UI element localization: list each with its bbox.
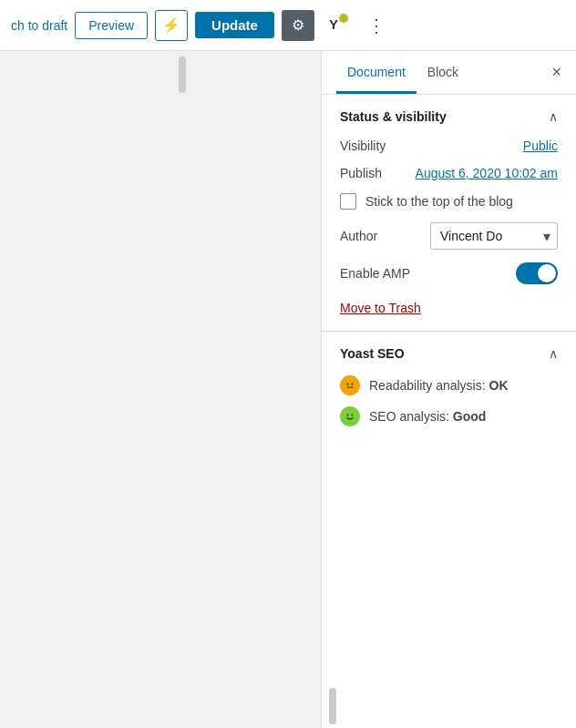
svg-point-4 [344,379,356,392]
stick-to-top-row: Stick to the top of the blog [340,193,558,210]
readability-value: OK [489,378,509,393]
panel-tabs: Document Block × [322,51,576,95]
yoast-logo-svg: Y [325,11,351,36]
seo-analysis-label: SEO analysis: Good [369,409,486,424]
yoast-button[interactable]: Y [322,10,355,41]
enable-amp-toggle[interactable] [516,262,558,284]
move-to-trash-link[interactable]: Move to Trash [340,301,421,315]
publish-date-value[interactable]: August 6, 2020 10:02 am [416,166,558,180]
more-options-button[interactable]: ⋮ [362,11,391,40]
status-visibility-chevron[interactable]: ∧ [549,109,558,124]
author-select[interactable]: Vincent Do [430,222,558,250]
svg-point-7 [344,410,356,423]
gear-icon: ⚙ [292,16,304,34]
lightning-icon: ⚡ [162,16,180,34]
stick-to-top-checkbox[interactable] [340,193,356,210]
enable-amp-row: Enable AMP [340,262,558,284]
toolbar: ch to draft Preview ⚡ Update ⚙ Y ⋮ [0,0,576,51]
seo-smiley-icon [340,406,360,426]
yoast-seo-section: Yoast SEO ∧ Readability analysis: OK [322,332,576,441]
svg-point-6 [352,384,354,385]
svg-text:Y: Y [329,16,338,32]
update-button[interactable]: Update [195,12,274,38]
seo-value: Good [453,409,487,424]
visibility-value[interactable]: Public [523,138,558,153]
panel-close-button[interactable]: × [551,63,561,82]
svg-point-3 [341,15,346,21]
toggle-knob [538,264,556,282]
visibility-label: Visibility [340,138,386,153]
readability-smiley-icon [340,375,360,395]
readability-text: Readability analysis: [369,378,489,393]
readability-label: Readability analysis: OK [369,378,509,393]
yoast-seo-chevron[interactable]: ∧ [549,346,558,361]
toolbar-left: ch to draft Preview ⚡ Update ⚙ Y ⋮ [11,10,565,41]
lightning-button[interactable]: ⚡ [155,10,188,41]
tab-block[interactable]: Block [417,52,469,94]
yoast-seo-title: Yoast SEO [340,346,405,361]
seo-text: SEO analysis: [369,409,453,424]
svg-point-9 [352,415,354,416]
publish-row: Publish August 6, 2020 10:02 am [340,166,558,180]
move-to-trash-row: Move to Trash [340,297,558,316]
status-visibility-title: Status & visibility [340,109,447,124]
scrollbar-thumb [179,56,186,93]
yoast-icon: Y [325,11,351,39]
document-panel: Document Block × Status & visibility ∧ V… [321,51,576,728]
readability-face-svg [343,378,357,393]
yoast-seo-header: Yoast SEO ∧ [340,346,558,361]
seo-face-svg [343,409,357,424]
status-visibility-section: Status & visibility ∧ Visibility Public … [322,95,576,332]
status-visibility-header: Status & visibility ∧ [340,109,558,124]
author-row: Author Vincent Do [340,222,558,250]
svg-point-8 [347,415,349,416]
switch-to-draft-link[interactable]: ch to draft [11,18,67,33]
left-scrollbar[interactable] [179,55,190,728]
panel-scrollbar-thumb [329,688,336,724]
main-area: Document Block × Status & visibility ∧ V… [0,51,576,728]
enable-amp-label: Enable AMP [340,266,410,281]
author-label: Author [340,229,377,243]
settings-gear-button[interactable]: ⚙ [282,10,314,41]
preview-button[interactable]: Preview [75,12,148,39]
tab-document[interactable]: Document [336,52,417,94]
author-select-wrapper: Vincent Do [430,222,558,250]
stick-to-top-label: Stick to the top of the blog [365,194,513,209]
seo-analysis-row: SEO analysis: Good [340,406,558,426]
svg-point-5 [347,384,349,385]
readability-row: Readability analysis: OK [340,375,558,395]
publish-label: Publish [340,166,382,180]
panel-scrollbar[interactable] [329,688,336,724]
visibility-row: Visibility Public [340,138,558,153]
